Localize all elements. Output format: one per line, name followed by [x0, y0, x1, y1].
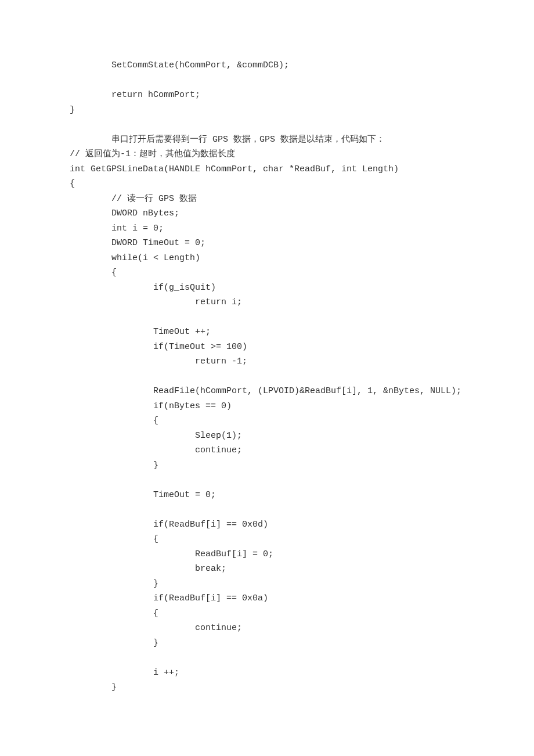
code-line [70, 369, 464, 384]
code-document: SetCommState(hCommPort, &commDCB); retur… [0, 0, 534, 756]
code-line: SetCommState(hCommPort, &commDCB); [70, 58, 464, 73]
code-line: if(ReadBuf[i] == 0x0a) [70, 591, 464, 606]
code-line: Sleep(1); [70, 429, 464, 444]
code-line [70, 650, 464, 665]
code-line: if(g_isQuit) [70, 280, 464, 296]
code-line: DWORD TimeOut = 0; [70, 236, 464, 251]
code-line: return -1; [70, 354, 464, 369]
code-line: return i; [70, 295, 464, 310]
code-line: ReadBuf[i] = 0; [70, 547, 464, 562]
code-line: if(ReadBuf[i] == 0x0d) [70, 517, 464, 532]
code-line: int i = 0; [70, 221, 464, 236]
code-line: i ++; [70, 665, 464, 681]
code-line: } [70, 577, 464, 592]
code-line: // 返回值为-1：超时，其他值为数据长度 [70, 147, 464, 162]
code-line [70, 502, 464, 517]
code-line: TimeOut ++; [70, 325, 464, 340]
code-line: } [70, 458, 464, 473]
code-line: { [70, 265, 464, 280]
code-line: while(i < Length) [70, 251, 464, 266]
code-line: if(TimeOut >= 100) [70, 340, 464, 355]
code-line [70, 117, 464, 132]
code-line: ReadFile(hCommPort, (LPVOID)&ReadBuf[i],… [70, 384, 464, 399]
code-line: { [70, 532, 464, 547]
code-line [70, 473, 464, 488]
code-line: // 读一行 GPS 数据 [70, 192, 464, 207]
code-line: { [70, 413, 464, 429]
code-line [70, 73, 464, 88]
code-line: DWORD nBytes; [70, 206, 464, 221]
code-line: return hCommPort; [70, 88, 464, 103]
code-line: break; [70, 561, 464, 577]
code-line: } [70, 103, 464, 118]
code-line: int GetGPSLineData(HANDLE hCommPort, cha… [70, 162, 464, 177]
code-line [70, 310, 464, 325]
code-line: continue; [70, 443, 464, 458]
code-line: TimeOut = 0; [70, 488, 464, 503]
code-line: if(nBytes == 0) [70, 399, 464, 414]
code-line: 串口打开后需要得到一行 GPS 数据，GPS 数据是以结束，代码如下： [70, 132, 464, 147]
code-line: continue; [70, 621, 464, 636]
code-line: { [70, 606, 464, 621]
code-line: } [70, 636, 464, 651]
code-line: { [70, 177, 464, 192]
code-line: } [70, 680, 464, 695]
